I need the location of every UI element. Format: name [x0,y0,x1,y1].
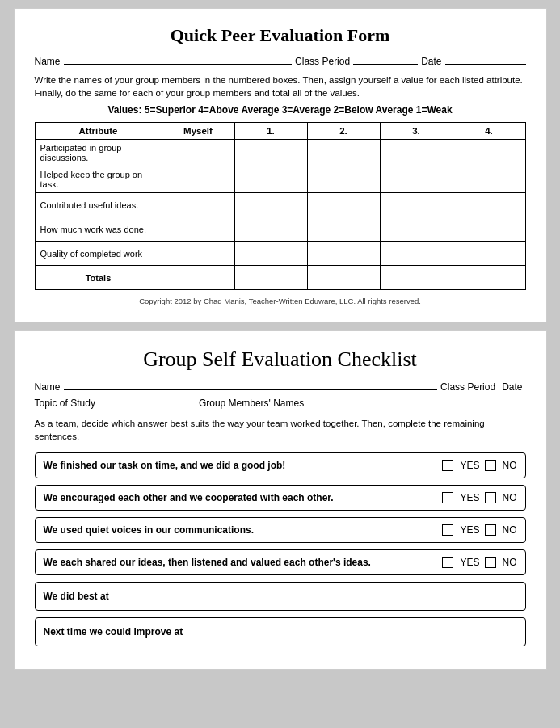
cell [162,266,234,290]
col-2: 2. [307,123,380,140]
no-label-2: NO [503,492,517,503]
checklist-instructions: As a team, decide which answer best suit… [35,417,526,443]
checklist-text-1: We finished our task on time, and we did… [44,460,443,471]
cell [307,193,380,217]
values-line: Values: 5=Superior 4=Above Average 3=Ave… [35,104,526,116]
cell [380,166,453,193]
name-underline [64,64,293,65]
open-item-improve-label: Next time we could improve at [44,626,183,638]
no-checkbox-3[interactable] [485,524,496,536]
peer-evaluation-form: Quick Peer Evaluation Form Name Class Pe… [14,8,547,322]
class-period-label: Class Period [295,56,350,67]
cell [162,242,234,266]
checklist-item-4: We each shared our ideas, then listened … [35,549,526,575]
members-underline [307,406,525,406]
no-label-3: NO [503,524,517,536]
cell [234,266,307,290]
checklist-text-4: We each shared our ideas, then listened … [44,557,443,568]
cell [307,140,380,166]
yes-checkbox-4[interactable] [442,557,453,568]
col-3: 3. [380,123,453,140]
cell [380,140,453,166]
totals-label: Totals [35,266,162,290]
checklist-item-3: We used quiet voices in our communicatio… [35,517,526,543]
yes-checkbox-2[interactable] [442,492,453,503]
col-1: 1. [234,123,307,140]
date-underline [445,64,526,65]
cell [234,166,307,193]
yes-checkbox-1[interactable] [442,460,453,471]
date-label-2: Date [502,381,522,393]
open-item-best: We did best at [35,582,526,611]
cell [307,242,380,266]
cell [307,166,380,193]
checklist-text-3: We used quiet voices in our communicatio… [44,524,443,536]
cell [162,193,234,217]
cell [162,217,234,242]
name-line-2: Name Class Period Date [35,381,526,393]
copyright-text: Copyright 2012 by Chad Manis, Teacher-Wr… [35,297,526,305]
cell [453,266,525,290]
yes-label-4: YES [460,557,479,568]
cell [234,193,307,217]
topic-label: Topic of Study [35,398,95,409]
class-period-underline [353,64,418,65]
cell [453,140,525,166]
members-label: Group Members' Names [199,398,304,409]
cell [162,166,234,193]
cell [453,193,525,217]
form-title-1: Quick Peer Evaluation Form [35,25,526,46]
no-checkbox-1[interactable] [485,460,496,471]
name-underline-2 [64,389,438,390]
checklist-text-2: We encouraged each other and we cooperat… [44,492,443,503]
class-period-label-2: Class Period [440,381,495,393]
name-line-1: Name Class Period Date [35,56,526,67]
yes-no-2: YES NO [442,492,516,503]
no-checkbox-2[interactable] [485,492,496,503]
yes-label-2: YES [460,492,479,503]
cell [234,217,307,242]
topic-underline [99,406,196,406]
cell [453,166,525,193]
cell [234,242,307,266]
no-label-4: NO [503,557,517,568]
name-label: Name [35,56,61,67]
row-label: Participated in group discussions. [35,140,162,166]
col-4: 4. [453,123,525,140]
group-self-evaluation-form: Group Self Evaluation Checklist Name Cla… [14,330,547,670]
no-checkbox-4[interactable] [485,557,496,568]
evaluation-table: Attribute Myself 1. 2. 3. 4. Participate… [35,122,526,290]
table-row: Quality of completed work [35,242,525,266]
table-row: Helped keep the group on task. [35,166,525,193]
cell [234,140,307,166]
yes-checkbox-3[interactable] [442,524,453,536]
cell [453,242,525,266]
table-header-row: Attribute Myself 1. 2. 3. 4. [35,123,525,140]
row-label: Contributed useful ideas. [35,193,162,217]
topic-line: Topic of Study Group Members' Names [35,398,526,409]
cell [380,266,453,290]
date-label: Date [421,56,441,67]
form-title-2: Group Self Evaluation Checklist [35,347,526,372]
cell [380,242,453,266]
totals-row: Totals [35,266,525,290]
checklist-item-1: We finished our task on time, and we did… [35,452,526,478]
cell [380,217,453,242]
cell [380,193,453,217]
checklist-item-2: We encouraged each other and we cooperat… [35,485,526,511]
open-item-improve: Next time we could improve at [35,617,526,646]
yes-no-4: YES NO [442,557,516,568]
table-row: Contributed useful ideas. [35,193,525,217]
col-myself: Myself [162,123,234,140]
col-attribute: Attribute [35,123,162,140]
row-label: Quality of completed work [35,242,162,266]
instructions-text: Write the names of your group members in… [35,74,526,99]
name-label-2: Name [35,381,61,393]
cell [162,140,234,166]
no-label-1: NO [503,460,517,471]
open-item-best-label: We did best at [44,591,109,602]
row-label: How much work was done. [35,217,162,242]
cell [307,266,380,290]
table-row: How much work was done. [35,217,525,242]
row-label: Helped keep the group on task. [35,166,162,193]
